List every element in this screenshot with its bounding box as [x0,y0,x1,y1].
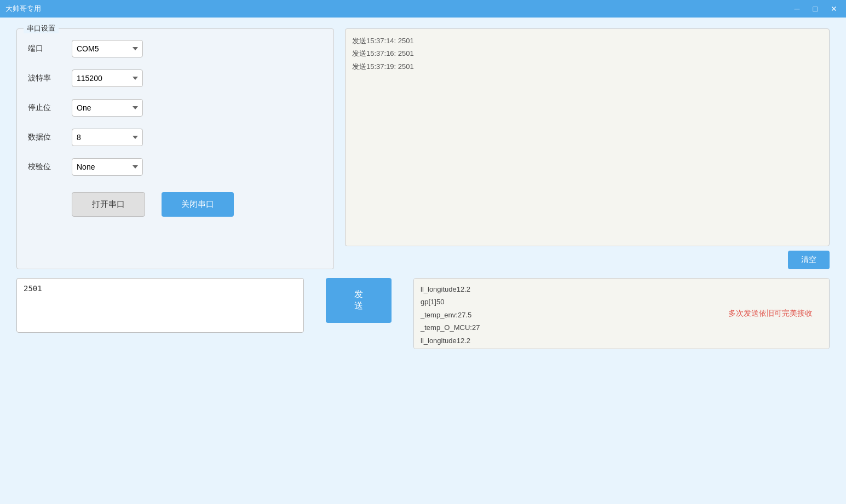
log-line: 发送15:37:19: 2501 [352,60,822,73]
maximize-button[interactable]: □ [810,3,821,14]
bottom-row: 发送 ll_longitude12.2gp[1]50_temp_env:27.5… [16,278,830,349]
open-serial-button[interactable]: 打开串口 [72,192,145,217]
top-row: 串口设置 端口 COM5 COM1 COM2 COM3 COM4 COM6 波特… [16,28,830,269]
port-label: 端口 [28,44,72,54]
clear-btn-row: 清空 [345,251,830,269]
log-line: 发送15:37:16: 2501 [352,47,822,60]
main-content: 串口设置 端口 COM5 COM1 COM2 COM3 COM4 COM6 波特… [0,18,846,504]
send-btn-col: 发送 [315,278,402,323]
hint-text: 多次发送依旧可完美接收 [728,306,813,320]
port-row: 端口 COM5 COM1 COM2 COM3 COM4 COM6 [28,40,323,57]
stopbits-select[interactable]: One Two OnePointFive [72,99,143,117]
log-panel: 发送15:37:14: 2501发送15:37:16: 2501发送15:37:… [345,28,830,246]
send-input[interactable] [16,278,304,333]
clear-button[interactable]: 清空 [788,251,830,269]
databits-label: 数据位 [28,132,72,142]
databits-select[interactable]: 8 5 6 7 [72,129,143,146]
parity-row: 校验位 None Odd Even Mark Space [28,158,323,176]
send-button[interactable]: 发送 [326,278,392,323]
parity-select[interactable]: None Odd Even Mark Space [72,158,143,176]
window-controls: ─ □ ✕ [791,3,841,14]
data-line: ll_longitude12.2 [421,283,822,296]
group-title: 串口设置 [24,24,59,33]
minimize-button[interactable]: ─ [791,3,803,14]
databits-row: 数据位 8 5 6 7 [28,129,323,146]
parity-label: 校验位 [28,162,72,172]
baudrate-row: 波特率 115200 9600 19200 38400 57600 230400 [28,69,323,87]
close-button[interactable]: ✕ [827,3,841,14]
data-panel: ll_longitude12.2gp[1]50_temp_env:27.5_te… [413,278,830,349]
serial-btn-row: 打开串口 关闭串口 [28,192,323,217]
port-select[interactable]: COM5 COM1 COM2 COM3 COM4 COM6 [72,40,143,57]
close-serial-button[interactable]: 关闭串口 [162,192,234,217]
log-line: 发送15:37:14: 2501 [352,34,822,47]
serial-settings-panel: 串口设置 端口 COM5 COM1 COM2 COM3 COM4 COM6 波特… [16,28,334,269]
title-bar: 大帅哥专用 ─ □ ✕ [0,0,846,18]
data-line: ll_longitude12.2 [421,334,822,347]
stopbits-label: 停止位 [28,103,72,113]
baudrate-select[interactable]: 115200 9600 19200 38400 57600 230400 [72,69,143,87]
data-line: _temp_O_MCU:27 [421,321,822,334]
right-col: 发送15:37:14: 2501发送15:37:16: 2501发送15:37:… [345,28,830,269]
stopbits-row: 停止位 One Two OnePointFive [28,99,323,117]
app-title: 大帅哥专用 [5,4,41,14]
baudrate-label: 波特率 [28,73,72,83]
